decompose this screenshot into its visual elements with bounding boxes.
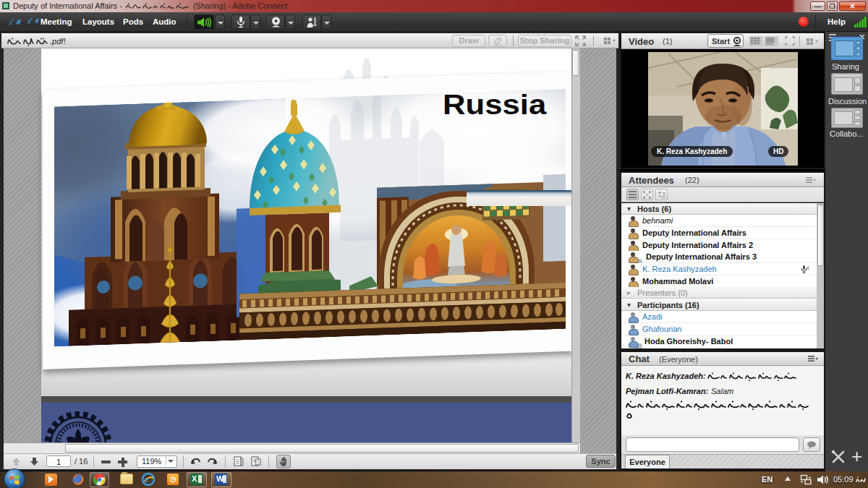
svg-text:e: e (145, 474, 149, 484)
svg-text:!: ! (64, 37, 66, 46)
svg-text:.pdf: .pdf (50, 37, 64, 46)
